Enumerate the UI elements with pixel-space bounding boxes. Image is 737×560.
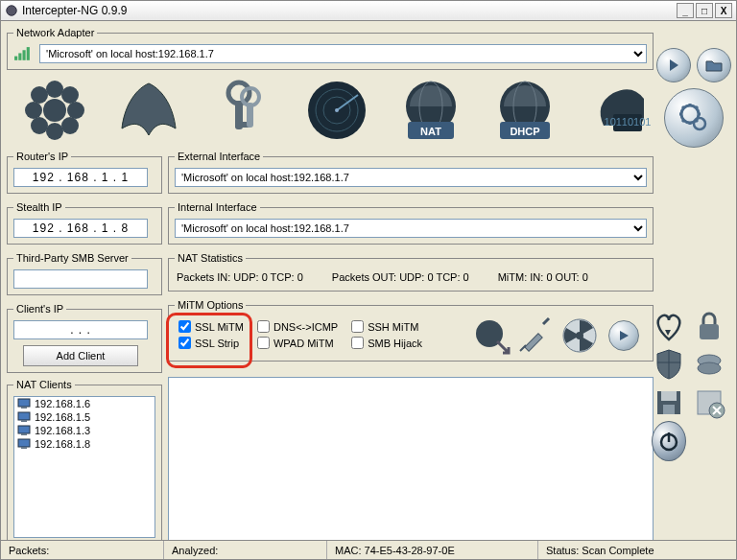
- svg-rect-56: [663, 405, 675, 414]
- svg-point-16: [228, 82, 250, 104]
- network-adapter-legend: Network Adapter: [13, 27, 97, 38]
- svg-point-24: [335, 108, 339, 112]
- status-packets: Packets:: [1, 541, 164, 559]
- svg-point-7: [43, 99, 66, 122]
- svg-point-10: [25, 102, 42, 119]
- list-item[interactable]: 192.168.1.6: [14, 397, 155, 410]
- ssh-mitm-checkbox[interactable]: SSH MiTM: [351, 320, 422, 333]
- cookies-icon[interactable]: [692, 347, 726, 382]
- svg-text:10110101: 10110101: [605, 116, 652, 128]
- open-button[interactable]: [697, 48, 731, 82]
- router-ip-input[interactable]: 192 . 168 . 1 . 1: [13, 168, 148, 187]
- internal-interface-dropdown[interactable]: 'Microsoft' on local host:192.168.1.7: [175, 219, 647, 238]
- svg-point-14: [31, 117, 48, 134]
- stealth-ip-group: Stealth IP 192 . 168 . 1 . 8: [7, 201, 162, 245]
- external-interface-group: External Interface 'Microsoft' on local …: [168, 151, 654, 194]
- passwords-icon[interactable]: [201, 76, 285, 145]
- svg-point-8: [46, 81, 63, 98]
- svg-point-11: [67, 102, 84, 119]
- syringe-icon[interactable]: [516, 316, 555, 355]
- play-small-button[interactable]: [605, 316, 643, 355]
- adapter-dropdown[interactable]: 'Microsoft' on local host:192.168.1.7: [39, 44, 647, 63]
- svg-rect-46: [21, 433, 27, 435]
- svg-rect-44: [21, 420, 27, 422]
- svg-rect-36: [525, 334, 542, 351]
- maximize-button[interactable]: □: [696, 3, 713, 18]
- svg-point-12: [31, 86, 48, 104]
- svg-line-37: [520, 345, 526, 351]
- svg-rect-4: [27, 47, 30, 60]
- svg-text:NAT: NAT: [420, 126, 441, 137]
- delete-icon[interactable]: [692, 385, 726, 420]
- ssl-strip-checkbox[interactable]: SSL Strip: [178, 337, 244, 349]
- app-icon: [5, 4, 18, 17]
- list-item[interactable]: 192.168.1.5: [14, 410, 155, 424]
- dhcp-icon[interactable]: DHCP: [483, 76, 567, 145]
- mitm-options-group: MiTM Options SSL MiTM DNS<->ICMP SSH MiT…: [168, 299, 654, 362]
- ssl-mitm-checkbox[interactable]: SSL MiTM: [178, 320, 244, 333]
- svg-rect-1: [14, 56, 17, 59]
- svg-rect-2: [18, 53, 21, 59]
- play-button[interactable]: [656, 48, 691, 82]
- power-button[interactable]: [652, 424, 686, 458]
- stealth-ip-input[interactable]: 192 . 168 . 1 . 8: [13, 219, 148, 238]
- list-item[interactable]: 192.168.1.3: [14, 424, 155, 437]
- network-adapter-group: Network Adapter 'Microsoft' on local hos…: [7, 27, 654, 70]
- add-client-button[interactable]: Add Client: [23, 345, 138, 366]
- lock-icon[interactable]: [692, 309, 726, 343]
- raw-icon[interactable]: 10110101: [577, 76, 661, 145]
- internal-interface-group: Internal Interface 'Microsoft' on local …: [168, 201, 654, 245]
- shield-icon[interactable]: [652, 347, 686, 382]
- close-button[interactable]: X: [715, 3, 732, 18]
- svg-point-9: [46, 123, 63, 140]
- svg-rect-43: [18, 412, 30, 420]
- eagle-icon[interactable]: [107, 76, 191, 145]
- minimize-button[interactable]: _: [677, 3, 694, 18]
- svg-rect-41: [18, 399, 30, 407]
- list-item[interactable]: 192.168.1.8: [14, 437, 155, 451]
- side-toolbar: [652, 309, 728, 458]
- titlebar: Intercepter-NG 0.9.9 _ □ X: [0, 0, 737, 21]
- globe-arrow-icon[interactable]: [472, 316, 511, 355]
- svg-rect-49: [700, 324, 719, 339]
- window-title: Intercepter-NG 0.9.9: [22, 4, 677, 17]
- external-interface-dropdown[interactable]: 'Microsoft' on local host:192.168.1.7: [175, 168, 647, 187]
- svg-point-53: [698, 362, 721, 374]
- nat-clients-list[interactable]: 192.168.1.6 192.168.1.5 192.168.1.3 192.…: [13, 396, 155, 538]
- wpad-mitm-checkbox[interactable]: WPAD MiTM: [257, 337, 338, 349]
- svg-point-0: [7, 6, 17, 16]
- svg-line-38: [543, 318, 549, 324]
- log-textarea[interactable]: [168, 377, 654, 545]
- smb-server-input[interactable]: [13, 269, 148, 289]
- svg-point-6: [694, 118, 705, 129]
- packets-out-label: Packets OUT: UDP: 0 TCP: 0: [332, 271, 469, 283]
- client-ip-input[interactable]: . . .: [13, 320, 148, 339]
- smb-hijack-checkbox[interactable]: SMB Hijack: [351, 337, 422, 349]
- smb-server-group: Third-Party SMB Server: [7, 252, 162, 295]
- messengers-icon[interactable]: [12, 76, 97, 145]
- status-text: Status: Scan Complete: [538, 541, 736, 559]
- svg-point-15: [61, 117, 79, 134]
- mitm-count-label: MiTM: IN: 0 OUT: 0: [498, 271, 588, 283]
- svg-rect-3: [22, 50, 25, 60]
- heartbleed-icon[interactable]: [652, 309, 686, 343]
- packets-in-label: Packets IN: UDP: 0 TCP: 0: [177, 271, 303, 283]
- dns-icmp-checkbox[interactable]: DNS<->ICMP: [257, 320, 338, 333]
- statusbar: Packets: Analyzed: MAC: 74-E5-43-28-97-0…: [1, 540, 736, 559]
- signal-icon: [13, 45, 34, 63]
- scan-icon[interactable]: [295, 76, 379, 145]
- status-analyzed: Analyzed:: [164, 541, 327, 559]
- svg-rect-20: [247, 103, 253, 128]
- settings-button[interactable]: [664, 88, 724, 148]
- svg-rect-47: [18, 439, 30, 447]
- save-icon[interactable]: [652, 385, 686, 420]
- status-mac: MAC: 74-E5-43-28-97-0E: [327, 541, 538, 559]
- nat-icon[interactable]: NAT: [389, 76, 473, 145]
- mode-toolbar: NAT DHCP 10110101: [7, 72, 730, 149]
- nat-clients-group: NAT Clients 192.168.1.6 192.168.1.5 192.…: [7, 379, 162, 545]
- svg-point-13: [61, 86, 79, 104]
- svg-rect-55: [661, 391, 677, 401]
- svg-text:DHCP: DHCP: [510, 126, 539, 137]
- nat-statistics-group: NAT Statistics Packets IN: UDP: 0 TCP: 0…: [168, 252, 654, 292]
- radiation-icon[interactable]: [560, 316, 599, 355]
